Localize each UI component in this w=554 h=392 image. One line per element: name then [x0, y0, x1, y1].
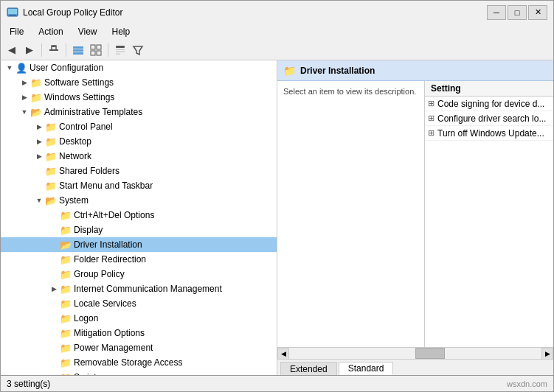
tree-item-driver-installation[interactable]: Driver Installation [1, 237, 277, 252]
toolbar-sep1 [41, 43, 42, 57]
folder-logon-icon [60, 312, 72, 324]
tree-item-power[interactable]: Power Management [1, 340, 277, 355]
table-row-icon-0: ⊞ [428, 99, 434, 108]
menu-action[interactable]: Action [32, 25, 69, 38]
tree-item-admin-templates[interactable]: ▼ Administrative Templates [1, 105, 277, 119]
tree-item-locale[interactable]: Locale Services [1, 296, 277, 311]
toolbar-forward[interactable]: ▶ [21, 42, 38, 58]
tree-label-control-panel: Control Panel [59, 122, 113, 132]
tree-label-user-configuration: User Configuration [30, 63, 103, 73]
folder-display-icon [60, 224, 72, 236]
svg-rect-16 [116, 53, 120, 55]
svg-rect-15 [116, 51, 125, 52]
menu-file[interactable]: File [4, 25, 30, 38]
tree-item-removable[interactable]: Removable Storage Access [1, 355, 277, 370]
right-table[interactable]: Setting ⊞ Code signing for device d... ⊞… [425, 81, 553, 347]
folder-admin-icon [30, 106, 42, 118]
scrollbar-thumb[interactable] [415, 348, 445, 359]
expand-icon-start [33, 180, 45, 192]
tab-extended-label: Extended [290, 364, 328, 374]
tree-item-display[interactable]: Display [1, 223, 277, 237]
minimize-button[interactable]: ─ [487, 5, 506, 20]
menu-help[interactable]: Help [106, 25, 136, 38]
tree-label-driver-installation: Driver Installation [74, 239, 142, 250]
maximize-button[interactable]: □ [508, 5, 527, 20]
folder-shared-icon [45, 165, 57, 177]
folder-start-icon [45, 180, 57, 192]
right-scrollbar[interactable]: ◀ ▶ [277, 347, 553, 359]
right-desc-text: Select an item to view its description. [283, 87, 416, 96]
tree-item-icm[interactable]: ▶ Internet Communication Management [1, 281, 277, 296]
expand-icon-desktop: ▶ [33, 136, 45, 147]
status-text: 3 setting(s) [7, 379, 50, 389]
tree-panel[interactable]: ▼ 👤 User Configuration ▶ Software Settin… [1, 60, 277, 375]
bottom-tabs: Extended Standard [277, 359, 553, 375]
tree-label-scripts: Scripts [74, 372, 101, 375]
toolbar-filter[interactable] [130, 42, 146, 58]
folder-driver-icon [60, 239, 72, 251]
main-container: ▼ 👤 User Configuration ▶ Software Settin… [0, 60, 554, 376]
tree-label-system: System [59, 195, 89, 206]
table-row[interactable]: ⊞ Configure driver search lo... [425, 111, 553, 126]
table-row[interactable]: ⊞ Turn off Windows Update... [425, 126, 553, 141]
tree-item-system[interactable]: ▼ System [1, 193, 277, 208]
tree-item-folder-redirection[interactable]: Folder Redirection [1, 252, 277, 267]
table-row-label-1: Configure driver search lo... [437, 113, 546, 124]
tree-item-shared-folders[interactable]: Shared Folders [1, 164, 277, 178]
tree-item-desktop[interactable]: ▶ Desktop [1, 134, 277, 149]
scrollbar-left-btn[interactable]: ◀ [277, 348, 289, 360]
toolbar-view1[interactable] [88, 42, 104, 58]
folder-locale-icon [60, 298, 72, 309]
svg-rect-7 [73, 49, 83, 52]
tree-item-software-settings[interactable]: ▶ Software Settings [1, 75, 277, 90]
tree-item-logon[interactable]: Logon [1, 311, 277, 326]
expand-icon-network: ▶ [33, 150, 45, 162]
svg-marker-17 [134, 46, 142, 55]
expand-icon-windows: ▶ [18, 91, 30, 103]
tree-label-desktop: Desktop [59, 136, 91, 147]
tab-standard[interactable]: Standard [339, 362, 394, 375]
menu-view[interactable]: View [72, 25, 103, 38]
table-header-setting: Setting [425, 81, 553, 97]
folder-power-icon [60, 342, 72, 354]
expand-icon-software: ▶ [18, 77, 30, 88]
toolbar-show-hide[interactable] [70, 42, 86, 58]
expand-icon-power [48, 342, 60, 354]
right-header-folder-icon: 📁 [283, 65, 296, 77]
tab-extended[interactable]: Extended [280, 362, 337, 375]
tree-label-folder-redirection: Folder Redirection [74, 254, 146, 265]
tree-item-start-menu[interactable]: Start Menu and Taskbar [1, 178, 277, 193]
folder-windows-icon [30, 91, 42, 103]
toolbar-back[interactable]: ◀ [4, 42, 20, 58]
folder-redir-icon [60, 253, 72, 265]
folder-removable-icon [60, 357, 72, 368]
tree-label-start-menu: Start Menu and Taskbar [59, 181, 153, 191]
toolbar-up[interactable] [46, 42, 62, 58]
tree-item-mitigation[interactable]: Mitigation Options [1, 326, 277, 340]
tree-item-windows-settings[interactable]: ▶ Windows Settings [1, 90, 277, 105]
folder-control-icon [45, 121, 57, 133]
menu-bar: File Action View Help [0, 24, 554, 40]
tree-item-group-policy[interactable]: Group Policy [1, 267, 277, 281]
tree-item-network[interactable]: ▶ Network [1, 149, 277, 164]
toolbar-sep3 [108, 43, 108, 57]
toolbar-properties[interactable] [112, 42, 128, 58]
svg-rect-10 [97, 45, 101, 49]
folder-network-icon [45, 150, 57, 162]
svg-rect-2 [9, 15, 16, 15]
expand-icon-locale [48, 298, 60, 309]
tree-label-network: Network [59, 151, 91, 161]
tree-label-shared-folders: Shared Folders [59, 166, 120, 176]
tree-item-cad[interactable]: Ctrl+Alt+Del Options [1, 208, 277, 223]
table-row[interactable]: ⊞ Code signing for device d... [425, 97, 553, 111]
close-button[interactable]: ✕ [528, 5, 547, 20]
folder-mitigation-icon [60, 327, 72, 339]
scrollbar-track [289, 348, 541, 359]
folder-gp-icon [60, 268, 72, 280]
scrollbar-right-btn[interactable]: ▶ [541, 348, 553, 360]
folder-cad-icon [60, 209, 72, 221]
folder-system-icon [45, 195, 57, 206]
tree-item-user-configuration[interactable]: ▼ 👤 User Configuration [1, 60, 277, 75]
tree-item-scripts[interactable]: Scripts [1, 370, 277, 375]
tree-item-control-panel[interactable]: ▶ Control Panel [1, 119, 277, 134]
